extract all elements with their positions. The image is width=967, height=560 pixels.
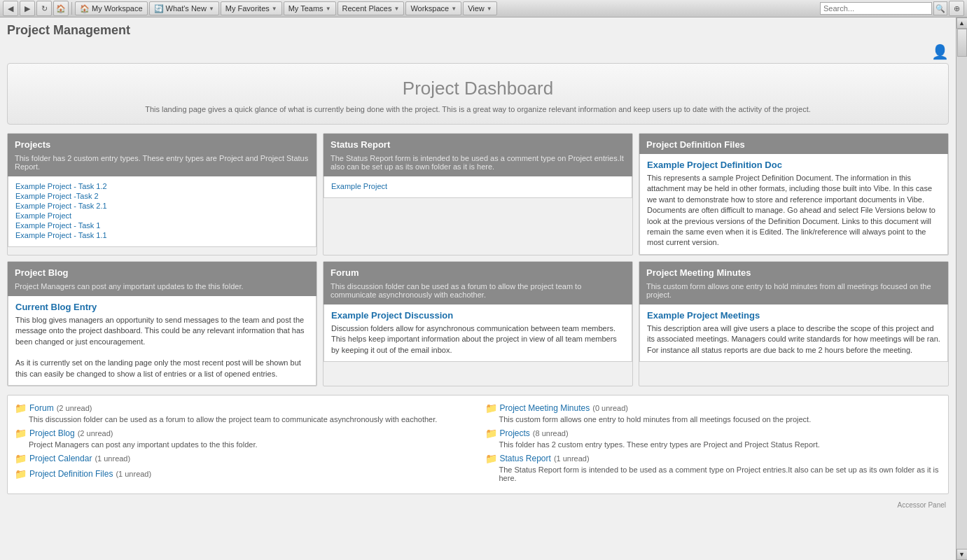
scroll-down-button[interactable]: ▼ <box>956 549 968 560</box>
user-icon[interactable]: 👤 <box>931 43 949 60</box>
reload-button[interactable]: ↻ <box>36 1 52 16</box>
forum-header: Forum <box>324 262 632 282</box>
arrow-icon-4: ▼ <box>394 6 399 12</box>
project-link-0[interactable]: Example Project - Task 1.2 <box>15 182 309 190</box>
workspace-icon: 🏠 <box>80 4 90 13</box>
project-definition-content: Example Project Definition Doc This repr… <box>639 154 948 255</box>
folder-status-name[interactable]: Status Report <box>500 454 551 463</box>
forum-desc: This discussion folder can be used as a … <box>324 282 632 304</box>
page-title: Project Management <box>7 23 949 38</box>
view-label: View <box>468 4 485 13</box>
project-link-2[interactable]: Example Project - Task 2.1 <box>15 202 309 210</box>
folder-definition-row: 📁 Project Definition Files (1 unread) <box>15 468 471 479</box>
folder-blog-icon: 📁 <box>15 428 27 439</box>
folder-status-desc: The Status Report form is intended to be… <box>499 465 942 482</box>
folder-calendar-count: (1 unread) <box>95 454 130 463</box>
folder-blog-desc: Project Managers can post any important … <box>29 440 471 449</box>
folder-forum-row: 📁 Forum (2 unread) <box>15 402 471 414</box>
folder-calendar-icon: 📁 <box>15 453 27 464</box>
folder-status-icon: 📁 <box>485 453 497 464</box>
back-button[interactable]: ◀ <box>3 1 18 16</box>
dashboard-title: Project Dashboard <box>22 78 934 99</box>
my-workspace-nav[interactable]: 🏠 My Workspace <box>75 1 148 15</box>
folder-definition-icon: 📁 <box>15 468 27 479</box>
accessor-panel-hint: Accessor Panel <box>7 500 949 510</box>
folder-forum-name[interactable]: Forum <box>29 403 54 413</box>
project-link-4[interactable]: Example Project - Task 1 <box>15 221 309 230</box>
zoom-button[interactable]: ⊕ <box>949 1 964 16</box>
status-report-desc: The Status Report form is intended to be… <box>324 154 632 176</box>
search-input[interactable] <box>820 2 932 15</box>
project-definition-panel: Project Definition Files Example Project… <box>639 133 949 255</box>
project-link-5[interactable]: Example Project - Task 1.1 <box>15 231 309 239</box>
toolbar: ◀ ▶ ↻ 🏠 🏠 My Workspace 🔄 What's New ▼ My… <box>0 0 967 18</box>
meeting-minutes-panel: Project Meeting Minutes This custom form… <box>639 261 949 386</box>
status-report-panel: Status Report The Status Report form is … <box>323 133 633 255</box>
folder-projects-name[interactable]: Projects <box>500 428 530 438</box>
status-report-link[interactable]: Example Project <box>331 182 625 190</box>
scroll-thumb[interactable] <box>957 29 967 57</box>
project-blog-link[interactable]: Current Blog Entry <box>15 302 97 312</box>
arrow-icon-5: ▼ <box>451 6 457 12</box>
folder-projects-desc: This folder has 2 custom entry types. Th… <box>499 440 942 449</box>
dashboard-header: Project Dashboard This landing page give… <box>7 63 949 125</box>
forum-content: Example Project Discussion Discussion fo… <box>324 304 632 362</box>
meeting-minutes-content: Example Project Meetings This descriptio… <box>639 304 948 362</box>
folder-definition-name[interactable]: Project Definition Files <box>29 469 113 479</box>
folder-forum-count: (2 unread) <box>57 404 92 412</box>
folder-status-report: 📁 Status Report (1 unread) The Status Re… <box>485 453 942 482</box>
recent-places-label: Recent Places <box>342 4 392 13</box>
home-button[interactable]: 🏠 <box>53 1 69 16</box>
forum-body: Discussion folders allow for asynchronou… <box>331 323 625 356</box>
recent-places-nav[interactable]: Recent Places ▼ <box>338 1 405 15</box>
view-nav[interactable]: View ▼ <box>463 1 497 15</box>
folders-section: 📁 Forum (2 unread) This discussion folde… <box>7 395 949 494</box>
project-blog-panel: Project Blog Project Managers can post a… <box>7 261 317 386</box>
my-favorites-nav[interactable]: My Favorites ▼ <box>221 1 282 15</box>
folder-minutes-count: (0 unread) <box>592 404 628 412</box>
project-blog-header: Project Blog <box>8 262 316 282</box>
separator-1 <box>71 2 72 15</box>
folder-calendar-name[interactable]: Project Calendar <box>29 454 92 463</box>
folder-blog-name[interactable]: Project Blog <box>29 428 75 438</box>
folder-forum-icon: 📁 <box>15 402 27 414</box>
forward-button[interactable]: ▶ <box>20 1 35 16</box>
meeting-minutes-desc: This custom form allows one entry to hol… <box>639 282 948 304</box>
main-container: Project Management 👤 Project Dashboard T… <box>0 18 967 560</box>
folder-status-count: (1 unread) <box>554 454 590 463</box>
folders-right: 📁 Project Meeting Minutes (0 unread) Thi… <box>485 402 942 486</box>
folder-calendar-row: 📁 Project Calendar (1 unread) <box>15 453 471 464</box>
folders-left: 📁 Forum (2 unread) This discussion folde… <box>15 402 471 486</box>
scroll-up-button[interactable]: ▲ <box>956 18 968 29</box>
whats-new-nav[interactable]: 🔄 What's New ▼ <box>149 1 219 15</box>
folder-minutes-name[interactable]: Project Meeting Minutes <box>500 403 590 413</box>
folder-projects-icon: 📁 <box>485 428 497 439</box>
project-definition-body: This represents a sample Project Definit… <box>647 173 940 248</box>
search-button[interactable]: 🔍 <box>933 1 947 15</box>
status-report-content: Example Project <box>324 176 632 198</box>
folder-minutes-desc: This custom form allows one entry to hol… <box>499 415 942 424</box>
workspace-label: Workspace <box>410 4 449 13</box>
folder-minutes-icon: 📁 <box>485 402 497 414</box>
meeting-minutes-link[interactable]: Example Project Meetings <box>647 310 760 321</box>
scroll-track[interactable] <box>956 29 967 549</box>
meeting-minutes-header: Project Meeting Minutes <box>639 262 948 282</box>
arrow-icon-2: ▼ <box>272 6 277 12</box>
my-teams-label: My Teams <box>288 4 324 13</box>
my-teams-nav[interactable]: My Teams ▼ <box>284 1 336 15</box>
whats-new-icon: 🔄 <box>154 4 164 13</box>
project-link-1[interactable]: Example Project -Task 2 <box>15 192 309 200</box>
folder-projects-count: (8 unread) <box>533 429 569 438</box>
folder-meeting-minutes: 📁 Project Meeting Minutes (0 unread) Thi… <box>485 402 942 424</box>
project-link-3[interactable]: Example Project <box>15 211 309 220</box>
workspace-nav[interactable]: Workspace ▼ <box>405 1 461 15</box>
projects-panel: Projects This folder has 2 custom entry … <box>7 133 317 255</box>
project-blog-content: Current Blog Entry This blog gives manag… <box>8 296 316 386</box>
dashboard-desc: This landing page gives a quick glance o… <box>22 105 934 113</box>
project-definition-link[interactable]: Example Project Definition Doc <box>647 160 782 170</box>
my-favorites-label: My Favorites <box>225 4 270 13</box>
content-area: Project Management 👤 Project Dashboard T… <box>0 18 956 560</box>
project-blog-desc: Project Managers can post any important … <box>8 282 316 296</box>
projects-panel-content: Example Project - Task 1.2 Example Proje… <box>8 176 316 247</box>
forum-link[interactable]: Example Project Discussion <box>331 310 453 321</box>
